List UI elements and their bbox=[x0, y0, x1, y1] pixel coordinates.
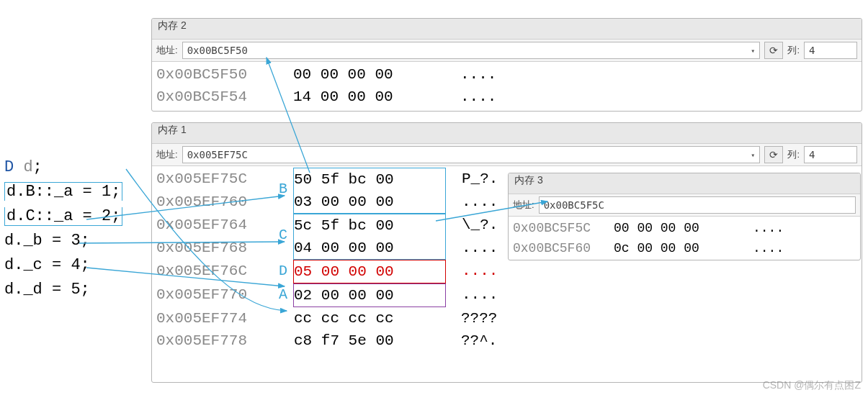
refresh-icon: ⟳ bbox=[769, 45, 778, 56]
memory1-cols-label: 列: bbox=[787, 148, 800, 161]
memory1-row: 0x005EF770A02 00 00 00.... bbox=[156, 283, 857, 307]
assign-d: d._d = 5; bbox=[4, 281, 90, 299]
memory2-panel: 内存 2 地址: 0x00BC5F50▾ ⟳ 列: 4 0x00BC5F5000… bbox=[151, 18, 862, 112]
refresh-icon: ⟳ bbox=[769, 149, 778, 160]
memory2-cols-label: 列: bbox=[787, 44, 800, 57]
memory1-toolbar: 地址: 0x005EF75C▾ ⟳ 列: 4 bbox=[152, 144, 862, 166]
refresh-button[interactable]: ⟳ bbox=[764, 146, 783, 163]
memory3-title: 内存 3 bbox=[509, 173, 860, 194]
memory3-row: 0x00BC5F600c 00 00 00.... bbox=[513, 238, 856, 258]
memory1-row: 0x005EF778c8 f7 5e 00??^. bbox=[156, 330, 857, 352]
memory2-cols-input[interactable]: 4 bbox=[804, 42, 857, 59]
tag-D: D bbox=[279, 260, 293, 283]
tag-B: B bbox=[279, 178, 293, 201]
tag-C: C bbox=[279, 224, 293, 247]
memory3-toolbar: 地址: 0x00BC5F5C bbox=[509, 194, 860, 217]
memory1-address-label: 地址: bbox=[156, 148, 178, 161]
memory1-row: 0x005EF774cc cc cc cc???? bbox=[156, 307, 857, 330]
memory1-cols-input[interactable]: 4 bbox=[804, 146, 857, 163]
memory1-row: 0x005EF76CD05 00 00 00.... bbox=[156, 260, 857, 283]
assign-B-a: d.B::_a = 1; bbox=[4, 182, 122, 201]
memory3-row: 0x00BC5F5C00 00 00 00.... bbox=[513, 218, 856, 238]
memory2-toolbar: 地址: 0x00BC5F50▾ ⟳ 列: 4 bbox=[152, 40, 862, 62]
type-D: D bbox=[4, 158, 14, 176]
memory2-address-label: 地址: bbox=[156, 44, 178, 57]
assign-b: d._b = 3; bbox=[4, 232, 90, 250]
memory3-panel: 内存 3 地址: 0x00BC5F5C 0x00BC5F5C00 00 00 0… bbox=[508, 173, 861, 260]
memory2-row: 0x00BC5F5000 00 00 00.... bbox=[156, 63, 857, 86]
dropdown-icon[interactable]: ▾ bbox=[751, 47, 755, 55]
memory1-title: 内存 1 bbox=[152, 123, 862, 144]
dropdown-icon[interactable]: ▾ bbox=[751, 151, 755, 159]
code-snippet: D d; d.B::_a = 1; d.C::_a = 2; d._b = 3;… bbox=[4, 131, 122, 302]
memory3-body[interactable]: 0x00BC5F5C00 00 00 00.... 0x00BC5F600c 0… bbox=[509, 217, 860, 263]
memory3-address-input[interactable]: 0x00BC5F5C bbox=[539, 196, 856, 214]
memory2-row: 0x00BC5F5414 00 00 00.... bbox=[156, 86, 857, 108]
memory2-body[interactable]: 0x00BC5F5000 00 00 00.... 0x00BC5F5414 0… bbox=[152, 62, 862, 112]
tag-A: A bbox=[279, 283, 293, 307]
memory3-address-label: 地址: bbox=[513, 199, 534, 212]
assign-C-a: d.C::_a = 2; bbox=[4, 207, 122, 226]
refresh-button[interactable]: ⟳ bbox=[764, 42, 783, 59]
memory2-title: 内存 2 bbox=[152, 19, 862, 40]
memory2-address-input[interactable]: 0x00BC5F50▾ bbox=[182, 42, 761, 59]
watermark: CSDN @偶尔有点困Z bbox=[763, 379, 861, 392]
assign-c: d._c = 4; bbox=[4, 256, 90, 274]
memory1-address-input[interactable]: 0x005EF75C▾ bbox=[182, 146, 761, 163]
